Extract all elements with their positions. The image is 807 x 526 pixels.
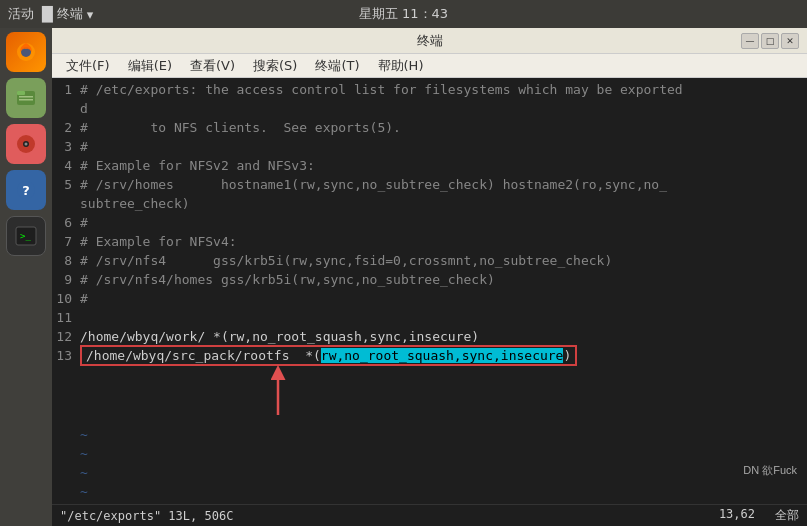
terminal-menu-label[interactable]: 终端 [57,5,83,23]
line-2: 2 # to NFS clients. See exports(5). [52,118,807,137]
tilde-2: ~ [52,444,807,463]
top-bar: 活动 █ 终端 ▾ 星期五 11：43 [0,0,807,28]
menu-search[interactable]: 搜索(S) [245,55,305,77]
line-11: 11 [52,308,807,327]
line-8: 8 # /srv/nfs4 gss/krb5i(rw,sync,fsid=0,c… [52,251,807,270]
line-12: 12 /home/wbyq/work/ *(rw,no_root_squash,… [52,327,807,346]
terminal-icon: >_ [15,225,37,247]
terminal-title-bar: 终端 — □ ✕ [52,28,807,54]
maximize-button[interactable]: □ [761,33,779,49]
line-4: 4 # Example for NFSv2 and NFSv3: [52,156,807,175]
minimize-button[interactable]: — [741,33,759,49]
editor-area[interactable]: 1 # /etc/exports: the access control lis… [52,78,807,504]
files-icon [15,87,37,109]
top-bar-left: 活动 █ 终端 ▾ [8,5,93,23]
line-1b: d [52,99,807,118]
line-5: 5 # /srv/homes hostname1(rw,sync,no_subt… [52,175,807,194]
window-controls: — □ ✕ [741,33,799,49]
music-icon [14,132,38,156]
menu-bar: 文件(F) 编辑(E) 查看(V) 搜索(S) 终端(T) 帮助(H) [52,54,807,78]
menu-terminal[interactable]: 终端(T) [307,55,367,77]
line-5b: subtree_check) [52,194,807,213]
cursor-position: 13,62 [719,507,755,524]
svg-text:?: ? [22,183,30,198]
firefox-icon [14,40,38,64]
sidebar-icon-terminal[interactable]: >_ [6,216,46,256]
line-3: 3 # [52,137,807,156]
terminal-window: 终端 — □ ✕ 文件(F) 编辑(E) 查看(V) 搜索(S) 终端(T) 帮… [52,28,807,526]
clock: 星期五 11：43 [359,6,448,21]
status-right: 13,62 全部 [719,507,799,524]
tilde-1: ~ [52,425,807,444]
sidebar-icon-firefox[interactable] [6,32,46,72]
svg-rect-3 [17,91,25,95]
menu-edit[interactable]: 编辑(E) [120,55,180,77]
line-1: 1 # /etc/exports: the access control lis… [52,80,807,99]
terminal-menu[interactable]: █ 终端 ▾ [42,5,93,23]
top-bar-center-title: 星期五 11：43 [359,5,448,23]
menu-view[interactable]: 查看(V) [182,55,243,77]
line-13-box: /home/wbyq/src_pack/rootfs *(rw,no_root_… [80,345,577,366]
line-13: 13 /home/wbyq/src_pack/rootfs *(rw,no_ro… [52,346,807,365]
svg-text:>_: >_ [20,231,31,241]
close-button[interactable]: ✕ [781,33,799,49]
all-label: 全部 [775,507,799,524]
annotation-arrow [248,360,328,420]
line-6: 6 # [52,213,807,232]
tilde-4: ~ [52,482,807,501]
sidebar-icon-files[interactable] [6,78,46,118]
arrow-area [88,365,807,425]
line-10: 10 # [52,289,807,308]
sidebar-icon-music[interactable] [6,124,46,164]
sidebar-icon-help[interactable]: ? [6,170,46,210]
menu-file[interactable]: 文件(F) [58,55,118,77]
svg-point-8 [25,143,28,146]
line-9: 9 # /srv/nfs4/homes gss/krb5i(rw,sync,no… [52,270,807,289]
help-icon: ? [15,179,37,201]
activities-label[interactable]: 活动 [8,5,34,23]
file-info: "/etc/exports" 13L, 506C [60,509,233,523]
menu-help[interactable]: 帮助(H) [370,55,432,77]
dropdown-arrow[interactable]: ▾ [87,7,94,22]
status-bar: "/etc/exports" 13L, 506C 13,62 全部 [52,504,807,526]
tilde-5: ~ [52,501,807,504]
terminal-title: 终端 [417,32,443,50]
tilde-3: ~ [52,463,807,482]
line-7: 7 # Example for NFSv4: [52,232,807,251]
svg-rect-4 [19,96,33,98]
sidebar: ? >_ [0,28,52,526]
svg-rect-5 [19,99,33,101]
watermark: DN 欲Fuck [743,463,797,478]
editor-content: 1 # /etc/exports: the access control lis… [52,78,807,504]
